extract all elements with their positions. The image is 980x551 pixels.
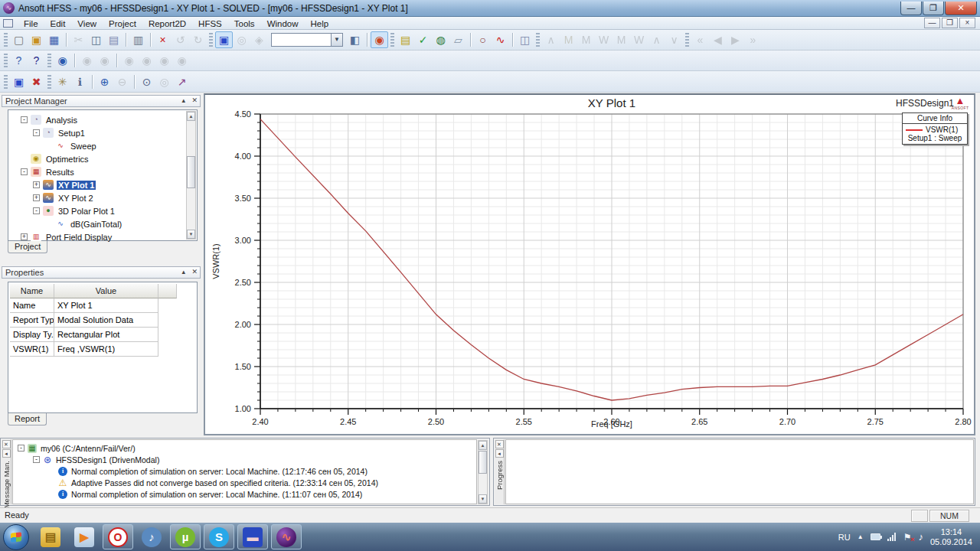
field-overlay-button[interactable]: ○	[474, 31, 492, 48]
message-window-button[interactable]: ◉	[371, 31, 388, 48]
message-item[interactable]: iNormal completion of simulation on serv…	[18, 488, 475, 500]
boolean-operations-button[interactable]: ▣	[10, 73, 28, 90]
copy-button[interactable]: ◫	[87, 31, 105, 48]
validate-button[interactable]: ◎	[233, 31, 250, 48]
menu-help[interactable]: Help	[305, 18, 335, 29]
scroll-down-icon[interactable]: ▼	[187, 230, 195, 239]
fit-view-button[interactable]: ◎	[155, 73, 173, 90]
menu-edit[interactable]: Edit	[44, 18, 72, 29]
taskbar-media-player-button[interactable]: ▶	[69, 524, 100, 549]
taskbar-explorer-button[interactable]: ▤	[35, 524, 66, 549]
taskbar-hfss-button[interactable]: ∿	[271, 524, 302, 549]
project-manager-header[interactable]: Project Manager ▴ ✕	[2, 95, 201, 107]
hidden-icons-chevron[interactable]: ▲	[858, 533, 864, 540]
clock[interactable]: 13:14 05.09.2014	[930, 527, 972, 547]
prev-sweep-button[interactable]: ◀	[709, 31, 727, 48]
tree-expander-icon[interactable]: -	[21, 168, 28, 175]
menu-tools[interactable]: Tools	[228, 18, 261, 29]
zoom-out-button[interactable]: ⊖	[113, 73, 131, 90]
restore-button[interactable]: ❐	[923, 2, 944, 15]
scroll-thumb[interactable]	[187, 156, 195, 188]
open-button[interactable]: ▣	[28, 31, 45, 48]
toolbar-grip[interactable]	[4, 54, 8, 67]
add-all-minima-button[interactable]: W	[595, 31, 612, 48]
property-value[interactable]: Modal Solution Data	[54, 313, 158, 328]
curve-info-legend[interactable]: Curve Info VSWR(1) Setup1 : Sweep	[902, 112, 968, 145]
show-selection-button[interactable]: ◉	[96, 52, 113, 69]
show-all-objects-button[interactable]: ◉	[138, 52, 155, 69]
print-button[interactable]: ▥	[129, 31, 147, 48]
message-item[interactable]: -⊛HFSSDesign1 (DrivenModal)	[18, 454, 475, 465]
tree-item-sweep[interactable]: ∿Sweep	[21, 139, 185, 152]
tree-expander-icon[interactable]: -	[21, 116, 28, 123]
taskbar-utorrent-button[interactable]: µ	[170, 524, 201, 549]
toolbar-grip[interactable]	[209, 33, 213, 47]
property-row-report-type[interactable]: Report TypeModal Solution Data	[10, 313, 177, 328]
tree-expander-icon[interactable]: -	[33, 456, 40, 463]
solution-type-button[interactable]: ▣	[215, 31, 233, 48]
taskbar-volume-button[interactable]: ♪	[136, 524, 167, 549]
paste-button[interactable]: ▤	[105, 31, 122, 48]
new-project-button[interactable]: ▢	[10, 31, 28, 48]
message-item[interactable]: -▦my06 (C:/Antenn/Fail/Ver/)	[18, 442, 475, 454]
scroll-down-icon[interactable]: ▼	[479, 494, 487, 504]
message-manager-pin-icon[interactable]: ◂	[2, 449, 11, 458]
toolbar-grip[interactable]	[390, 33, 394, 47]
first-sweep-button[interactable]: «	[691, 31, 709, 48]
property-value[interactable]: Freq ,VSWR(1)	[54, 342, 158, 357]
peak-up-button[interactable]: ∧	[648, 31, 665, 48]
solution-data-button[interactable]: ▱	[449, 31, 467, 48]
tree-expander-icon[interactable]: -	[18, 445, 24, 452]
tree-expander-icon[interactable]: +	[21, 233, 28, 240]
rotate-axes-button[interactable]: ↗	[173, 73, 191, 90]
property-value[interactable]: XY Plot 1	[54, 298, 158, 313]
tree-item-xy-plot-1[interactable]: +∿XY Plot 1	[21, 178, 185, 191]
tab-report[interactable]: Report	[8, 413, 47, 425]
tree-item-3d-polar-plot-1[interactable]: -●3D Polar Plot 1	[21, 204, 185, 217]
tab-project[interactable]: Project	[8, 241, 47, 253]
property-row-name[interactable]: NameXY Plot 1	[10, 298, 177, 313]
message-scrollbar[interactable]: ▲ ▼	[478, 440, 488, 504]
peak-down-button[interactable]: ∨	[665, 31, 683, 48]
help-topics-button[interactable]: ?	[10, 52, 28, 69]
message-manager-close-icon[interactable]: ✕	[2, 440, 11, 448]
analyze-all-button[interactable]: ◍	[432, 31, 449, 48]
toolbar-grip[interactable]	[536, 33, 540, 47]
toolbar-grip[interactable]	[47, 54, 51, 67]
menu-hfss[interactable]: HFSS	[192, 18, 228, 29]
zoom-window-button[interactable]: ⊙	[138, 73, 155, 90]
remove-markers-button[interactable]: W	[630, 31, 648, 48]
delete-button[interactable]: ×	[154, 31, 172, 48]
taskbar-save-tool-button[interactable]: ▬	[237, 524, 268, 549]
combobox-dropdown-icon[interactable]: ▼	[331, 34, 342, 46]
next-sweep-button[interactable]: ▶	[727, 31, 744, 48]
toolbar-grip[interactable]	[4, 75, 8, 89]
network-signal-icon[interactable]	[887, 533, 897, 541]
volume-icon[interactable]: ♪	[918, 531, 923, 543]
tree-item-results[interactable]: -▦Results	[21, 165, 185, 178]
tree-item-analysis[interactable]: -◔Analysis	[21, 113, 185, 126]
menu-view[interactable]: View	[71, 18, 103, 29]
tree-item-optimetrics[interactable]: ◉Optimetrics	[21, 152, 185, 165]
minimize-button[interactable]: —	[900, 2, 922, 15]
context-help-button[interactable]: ?	[28, 52, 45, 69]
taskbar-opera-button[interactable]: O	[103, 524, 133, 549]
copy-image-button[interactable]: ◫	[516, 31, 534, 48]
redo-button[interactable]: ↻	[189, 31, 207, 48]
scroll-up-icon[interactable]: ▲	[187, 112, 195, 121]
message-item[interactable]: iNormal completion of simulation on serv…	[18, 465, 475, 477]
add-maxima-marker-button[interactable]: ∧	[542, 31, 560, 48]
start-button[interactable]	[3, 524, 29, 550]
progress-pin-icon[interactable]: ◂	[495, 449, 504, 458]
toolbar-grip[interactable]	[47, 75, 51, 89]
boundary-display-button[interactable]: ▤	[397, 31, 414, 48]
project-tree-scrollbar[interactable]: ▲ ▼	[186, 111, 196, 240]
scroll-up-icon[interactable]: ▲	[479, 441, 487, 450]
hide-selection-button[interactable]: ◉	[78, 52, 96, 69]
taskbar-skype-button[interactable]: S	[204, 524, 234, 549]
toolbar-combobox[interactable]: ▼	[271, 33, 343, 47]
progress-close-icon[interactable]: ✕	[495, 440, 504, 448]
toolbar-grip[interactable]	[4, 33, 8, 47]
mdi-close-button[interactable]: ×	[959, 18, 975, 28]
add-delta-marker-button[interactable]: M	[612, 31, 630, 48]
